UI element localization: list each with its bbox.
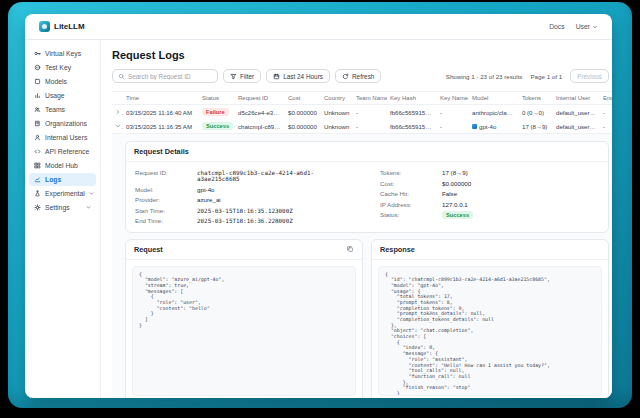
sidebar-item-label: Test Key <box>45 64 71 71</box>
sidebar-item-virtual-keys[interactable]: Virtual Keys <box>29 47 96 60</box>
key-icon <box>34 50 41 57</box>
filter-button[interactable]: Filter <box>223 69 261 83</box>
expand-column-header <box>112 92 123 105</box>
cell-cost: $0.000000 <box>285 119 321 133</box>
results-count: Showing 1 - 23 of 23 results <box>446 73 523 80</box>
response-card: Response { "id": "chatcmpl-c899c1b3-ca2e… <box>371 239 609 399</box>
model-provider-icon <box>472 124 477 129</box>
log-row-expanded[interactable]: 03/15/2025 11:16:35 AM Success chatcmpl-… <box>112 119 612 133</box>
refresh-icon <box>342 73 349 80</box>
sidebar-item-usage[interactable]: Usage <box>29 89 96 102</box>
cell-team-name: - <box>353 119 387 133</box>
sidebar-item-models[interactable]: Models <box>29 75 96 88</box>
chevron-down-icon <box>86 205 91 210</box>
request-search-input[interactable] <box>128 73 212 80</box>
cell-time: 03/15/2025 11:16:35 AM <box>123 119 199 133</box>
flask-icon <box>34 190 41 197</box>
column-header-key-hash: Key Hash <box>387 92 437 105</box>
sidebar-item-internal-users[interactable]: Internal Users <box>29 131 96 144</box>
search-box <box>112 69 218 83</box>
request-card-header: Request <box>126 240 362 260</box>
sidebar-item-label: Logs <box>45 176 61 183</box>
sidebar-item-logs[interactable]: Logs <box>29 173 96 186</box>
detail-label: IP Address: <box>380 201 442 208</box>
request-details-title: Request Details <box>134 147 189 156</box>
cell-end-user: - <box>600 119 612 133</box>
sidebar-item-label: Usage <box>45 92 65 99</box>
time-range-label: Last 24 Hours <box>283 73 323 80</box>
log-row[interactable]: 03/15/2025 11:16:40 AM Failure d5c26ce4-… <box>112 105 612 120</box>
detail-value: gpt-4o <box>197 186 215 193</box>
cell-request-id: chatcmpl-c899… <box>235 119 285 133</box>
request-json[interactable]: { "model": "azure_ai/gpt-4o", "stream": … <box>132 266 356 396</box>
sidebar-item-label: Virtual Keys <box>45 50 81 57</box>
column-header-tokens: Tokens <box>519 92 553 105</box>
docs-link[interactable]: Docs <box>549 23 565 30</box>
cell-team-name: - <box>353 105 387 120</box>
cell-tokens: 17 (8→9) <box>519 119 553 133</box>
detail-value: chatcmpl-c899c1b3-ca2e-4214-a6d1-a3ae215… <box>197 170 354 182</box>
sidebar-item-test-key[interactable]: Test Key <box>29 61 96 74</box>
request-details-header: Request Details <box>126 142 608 162</box>
sidebar-item-model-hub[interactable]: Model Hub <box>29 159 96 172</box>
response-json[interactable]: { "id": "chatcmpl-c899c1b3-ca2e-4214-a6d… <box>378 266 602 396</box>
detail-label: Cost: <box>380 180 442 187</box>
results-info: Showing 1 - 23 of 23 results Page 1 of 1… <box>446 69 609 83</box>
cell-request-id: d5c26ce4-e343… <box>235 105 285 120</box>
building-icon <box>34 120 41 127</box>
app-window: LiteLLM Docs User Virtual Keys Test Key … <box>25 14 612 398</box>
logs-table-wrap: Time Status Request ID Cost Country Team… <box>112 91 612 133</box>
cell-country: Unknown <box>321 105 353 120</box>
cell-key-name: - <box>437 105 469 120</box>
refresh-button[interactable]: Refresh <box>335 69 381 83</box>
sidebar-item-settings[interactable]: Settings <box>29 201 96 214</box>
sidebar-item-experimental[interactable]: Experimental <box>29 187 96 200</box>
cell-tokens: 0 (0→0) <box>519 105 553 120</box>
cell-internal-user: default_user_id <box>553 119 600 133</box>
header-right: Docs User <box>549 23 598 30</box>
grid-icon <box>34 162 41 169</box>
app-header: LiteLLM Docs User <box>25 14 612 40</box>
detail-label: Provider: <box>135 196 197 203</box>
users-icon <box>34 106 41 113</box>
chevron-right-icon[interactable] <box>115 109 121 115</box>
user-menu[interactable]: User <box>576 23 598 30</box>
sidebar-item-label: Model Hub <box>45 162 78 169</box>
sidebar-item-teams[interactable]: Teams <box>29 103 96 116</box>
logs-table: Time Status Request ID Cost Country Team… <box>112 92 612 133</box>
time-range-button[interactable]: Last 24 Hours <box>266 69 330 83</box>
column-header-team-name: Team Name <box>353 92 387 105</box>
sidebar-item-label: Experimental <box>45 190 85 197</box>
cell-end-user: - <box>600 105 612 120</box>
detail-value: 17 (8→9) <box>442 169 468 176</box>
column-header-end-user: End User <box>600 92 612 105</box>
sidebar-item-api-reference[interactable]: API Reference <box>29 145 96 158</box>
response-card-header: Response <box>372 240 608 260</box>
column-header-key-name: Key Name <box>437 92 469 105</box>
copy-icon[interactable] <box>346 245 354 253</box>
detail-value: 127.0.0.1 <box>442 201 468 208</box>
request-response-panes: Request { "model": "azure_ai/gpt-4o", "s… <box>125 239 609 399</box>
column-header-model: Model <box>469 92 519 105</box>
brand-name: LiteLLM <box>54 22 85 31</box>
detail-label: Model: <box>135 186 197 193</box>
cell-internal-user: default_user_id <box>553 105 600 120</box>
detail-label: Request ID: <box>135 169 197 176</box>
request-details-card: Request Details Request ID:chatcmpl-c899… <box>125 141 609 233</box>
cell-key-hash: fb66c565915c6… <box>387 105 437 120</box>
detail-value: $0.000000 <box>442 180 471 187</box>
box-icon <box>34 78 41 85</box>
response-card-title: Response <box>380 245 415 254</box>
sidebar-item-organizations[interactable]: Organizations <box>29 117 96 130</box>
refresh-button-label: Refresh <box>352 73 374 80</box>
brand: LiteLLM <box>39 21 85 32</box>
row-details-panel: Request Details Request ID:chatcmpl-c899… <box>112 133 612 398</box>
detail-value: 2025-03-15T18:16:35.123000Z <box>197 208 293 214</box>
column-header-time: Time <box>123 92 199 105</box>
chevron-down-icon[interactable] <box>115 123 121 129</box>
column-header-status: Status <box>199 92 235 105</box>
column-header-cost: Cost <box>285 92 321 105</box>
previous-page-button[interactable]: Previous <box>570 69 609 83</box>
logs-icon <box>34 176 41 183</box>
table-header-row: Time Status Request ID Cost Country Team… <box>112 92 612 105</box>
